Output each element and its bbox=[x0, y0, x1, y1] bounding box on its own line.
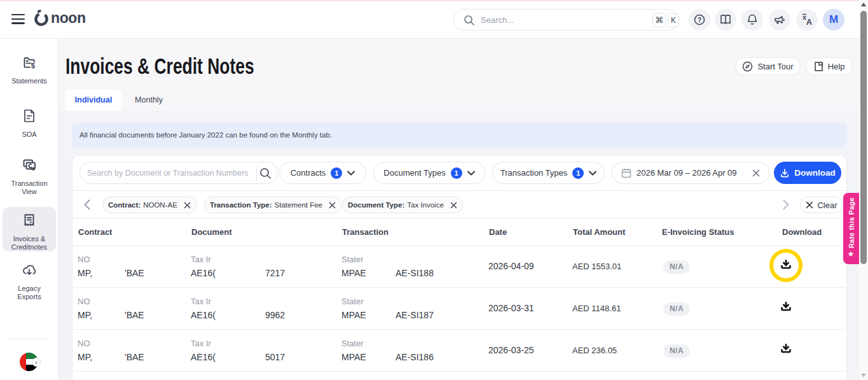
svg-text:$: $ bbox=[31, 62, 35, 69]
svg-text:A: A bbox=[806, 17, 813, 27]
svg-text:?: ? bbox=[698, 17, 701, 24]
